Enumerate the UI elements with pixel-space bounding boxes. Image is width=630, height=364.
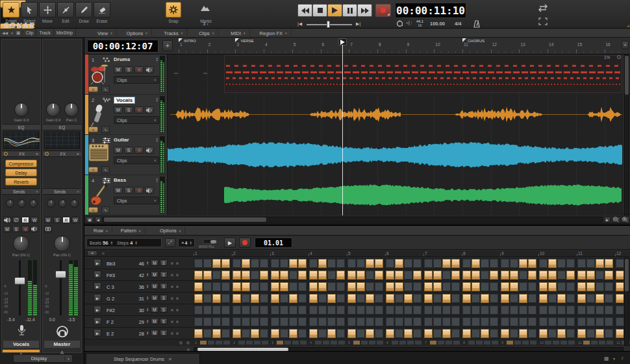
step-cell[interactable] (557, 329, 566, 338)
step-cell[interactable] (462, 317, 471, 326)
step-cell[interactable] (424, 294, 433, 303)
step-cell[interactable] (472, 294, 480, 303)
step-cell[interactable] (271, 329, 279, 338)
step-cell[interactable] (251, 294, 259, 303)
step-cell[interactable] (357, 282, 365, 291)
seq-row-dot[interactable] (171, 262, 173, 265)
step-cell[interactable] (327, 282, 336, 291)
seq-v-thumb[interactable] (625, 259, 629, 291)
step-cell[interactable] (548, 282, 557, 291)
step-cell[interactable] (404, 294, 412, 303)
track-lane-guitar[interactable] (168, 135, 624, 175)
fast-forward-button[interactable] (357, 4, 372, 17)
strip-s-button[interactable]: S (53, 217, 61, 223)
step-cell[interactable] (194, 306, 203, 315)
step-cell[interactable] (280, 329, 288, 338)
tempo-readout[interactable]: 100.00 (430, 21, 445, 27)
step-cell[interactable] (298, 317, 307, 326)
menu-region-fx[interactable]: Region FX▾ (256, 29, 292, 38)
pause-button[interactable] (342, 4, 357, 17)
step-cell[interactable] (233, 317, 241, 326)
seq-row-solo-button[interactable]: S (160, 330, 168, 336)
step-cell[interactable] (605, 294, 613, 303)
step-cell[interactable] (203, 271, 212, 280)
scroll-left-icon[interactable]: ◀ (95, 217, 101, 223)
step-cell[interactable] (424, 306, 433, 315)
step-cell[interactable] (327, 294, 336, 303)
step-cell[interactable] (375, 271, 383, 280)
step-cell[interactable] (596, 306, 604, 315)
step-cell[interactable] (605, 317, 613, 326)
track-s-button[interactable]: S (124, 106, 133, 114)
step-cell[interactable] (462, 306, 471, 315)
step-cell[interactable] (366, 259, 374, 268)
step-cell[interactable] (318, 317, 327, 326)
step-cell[interactable] (404, 317, 412, 326)
step-cell[interactable] (577, 317, 586, 326)
strip-interleave-icon[interactable] (44, 226, 52, 232)
beats-spinner[interactable]: ▴▾ (111, 241, 112, 245)
step-cell[interactable] (501, 282, 509, 291)
seq-row-dot[interactable] (176, 274, 179, 276)
step-cell[interactable] (357, 329, 365, 338)
step-cell[interactable] (386, 306, 394, 315)
step-cell[interactable] (596, 294, 604, 303)
seq-row-mute-button[interactable]: M (151, 330, 158, 336)
step-cell[interactable] (519, 259, 527, 268)
step-cell[interactable] (616, 271, 624, 280)
step-cell[interactable] (433, 259, 442, 268)
step-cell[interactable] (566, 259, 575, 268)
step-cell[interactable] (298, 294, 307, 303)
clip-tool-button[interactable]: ⊂ (88, 167, 98, 173)
menu-view[interactable]: View▾ (94, 29, 117, 38)
metronome-icon[interactable] (473, 20, 480, 28)
step-cell[interactable] (481, 294, 489, 303)
seq-menu-options[interactable]: Options▾ (156, 226, 185, 236)
step-cell[interactable] (539, 294, 548, 303)
step-cell[interactable] (375, 259, 383, 268)
step-cell[interactable] (298, 259, 307, 268)
step-cell[interactable] (194, 271, 203, 280)
step-cell[interactable] (557, 294, 566, 303)
tool-edit-button[interactable] (57, 2, 74, 18)
step-cell[interactable] (510, 282, 518, 291)
step-cell[interactable] (586, 306, 595, 315)
step-cell[interactable] (298, 329, 307, 338)
zoom-out-icon[interactable] (612, 217, 620, 223)
timeline-marker-verse[interactable]: VERSE (235, 38, 253, 43)
send-knob[interactable] (47, 199, 55, 208)
step-cell[interactable] (289, 329, 297, 338)
step-cell[interactable] (539, 306, 548, 315)
step-cell[interactable] (221, 329, 230, 338)
step-cell[interactable] (501, 329, 509, 338)
fader-thumb[interactable] (14, 277, 25, 285)
step-cell[interactable] (347, 329, 356, 338)
step-cell[interactable] (548, 259, 557, 268)
step-cell[interactable] (327, 306, 336, 315)
go-to-end-icon[interactable]: ▶| (356, 21, 360, 27)
track-clips-dropdown[interactable]: Clips▾ (114, 197, 159, 204)
step-cell[interactable] (309, 271, 318, 280)
step-cell[interactable] (413, 271, 422, 280)
seq-row-dot[interactable] (176, 309, 179, 311)
lane-select-icon[interactable]: ▣ (86, 217, 94, 223)
track-s-button[interactable]: S (124, 187, 133, 194)
step-cell[interactable] (347, 317, 356, 326)
track-m-button[interactable]: M (114, 147, 123, 154)
step-cell[interactable] (242, 259, 250, 268)
track-rec-icon[interactable] (134, 187, 144, 194)
step-cell[interactable] (357, 294, 365, 303)
step-cell[interactable] (519, 294, 527, 303)
strip-m-button[interactable]: M (44, 217, 52, 223)
track-lane-vocals[interactable] (168, 95, 624, 134)
step-cell[interactable] (481, 329, 489, 338)
step-cell[interactable] (298, 306, 307, 315)
seq-round-button[interactable] (186, 341, 190, 345)
step-cell[interactable] (481, 271, 489, 280)
step-cell[interactable] (472, 259, 480, 268)
seq-row-mute-button[interactable]: M (151, 260, 158, 266)
step-cell[interactable] (501, 271, 509, 280)
step-cell[interactable] (413, 282, 422, 291)
step-cell[interactable] (347, 306, 356, 315)
track-rec-icon[interactable] (134, 66, 144, 73)
